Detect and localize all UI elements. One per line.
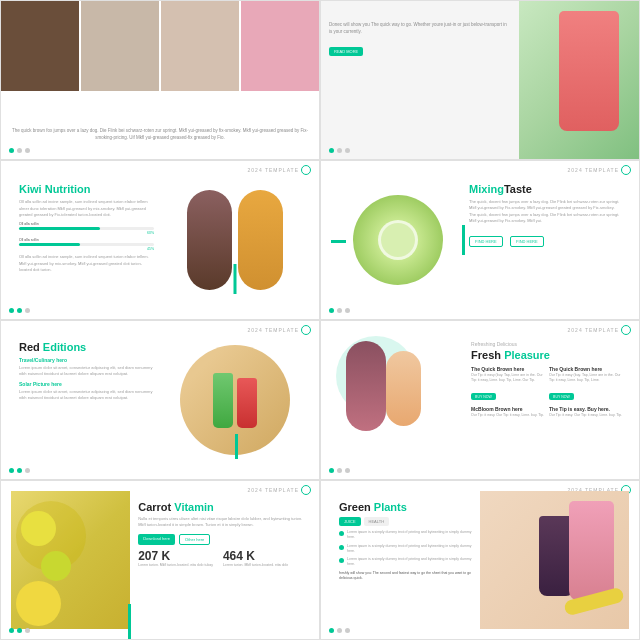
dot-3 xyxy=(345,628,350,633)
slide-carrot-vitamin: 2024 TEMPLATE Carrot Vitamin Nulla et te… xyxy=(0,480,320,640)
btn-pair: Download here Other here xyxy=(138,532,303,545)
section2-label: Solar Picture here xyxy=(19,381,154,387)
slide-6-template-label: 2024 TEMPLATE xyxy=(568,327,619,333)
slide-4-image xyxy=(331,171,465,309)
bullet-1 xyxy=(339,531,344,536)
progress-label-1: Oll alla sollin xyxy=(19,222,154,226)
col1-title: The Quick Brown here xyxy=(471,366,545,372)
slide-1-caption: The quick brown fox jumps over a lazy do… xyxy=(9,127,311,141)
title-regular: Fresh xyxy=(471,349,501,361)
dot-3 xyxy=(345,308,350,313)
slide-5-dots xyxy=(9,468,30,473)
slide-7-body: Nulla et temporis utres ulisee ultet nis… xyxy=(138,516,303,528)
slide-8-dots xyxy=(329,628,350,633)
dot-2 xyxy=(337,148,342,153)
col2-title: The Quick Brown here xyxy=(549,366,623,372)
slide-3-dots xyxy=(9,308,30,313)
stat-1-val: 207 K xyxy=(138,549,213,563)
slide-7-btn1[interactable]: Download here xyxy=(138,534,175,545)
accent-bar-h xyxy=(331,240,346,243)
dot-1 xyxy=(329,308,334,313)
slide-6-subtitle: Refreshing Delicious xyxy=(471,341,623,347)
dot-3 xyxy=(345,468,350,473)
dot-3 xyxy=(25,628,30,633)
col1-btn[interactable]: BUY NOW xyxy=(471,393,496,400)
dot-1 xyxy=(9,468,14,473)
slide-3-image xyxy=(160,171,309,309)
title-regular: Carrot xyxy=(138,501,171,513)
list-text-2: Lorem ipsum is a simply dummy text of pr… xyxy=(347,544,474,555)
progress-fill-1 xyxy=(19,227,100,230)
slide-2-body: Donec will show you The quick way to go.… xyxy=(329,21,509,35)
slide-6-right: Refreshing Delicious Fresh Pleasure The … xyxy=(465,331,629,469)
dot-1 xyxy=(329,628,334,633)
col3-title: McBloom Brown here xyxy=(471,406,545,412)
img-drink1 xyxy=(161,1,239,91)
food-image-2 xyxy=(238,190,283,290)
slide-6-title: Fresh Pleasure xyxy=(471,349,623,361)
slide-7-btn2[interactable]: Other here xyxy=(179,534,210,545)
dot-3 xyxy=(25,308,30,313)
col2-body: Our Tip: it easy (buy. Tap, Lime are in … xyxy=(549,373,623,384)
title-color: Pleasure xyxy=(504,349,550,361)
slide-6-dots xyxy=(329,468,350,473)
dot-2 xyxy=(17,148,22,153)
col4: The Tip is easy. Buy here. Our Tip: it e… xyxy=(549,406,623,418)
dot-2 xyxy=(337,628,342,633)
berry-image xyxy=(346,341,386,431)
slide-1-dots xyxy=(9,148,30,153)
progress-track-1 xyxy=(19,227,154,230)
slide-red-editions: 2024 TEMPLATE Red Editions Travel/Culina… xyxy=(0,320,320,480)
lemon-2 xyxy=(16,581,61,626)
dot-3 xyxy=(25,468,30,473)
slide-4-btn2[interactable]: FIND HERE xyxy=(510,236,544,247)
slide-4-icon xyxy=(621,165,631,175)
dot-2 xyxy=(337,308,342,313)
slide-5-image xyxy=(160,331,309,469)
slide-7-title: Carrot Vitamin xyxy=(138,501,303,513)
col2-btn[interactable]: BUY NOW xyxy=(549,393,574,400)
dot-2 xyxy=(17,308,22,313)
title-regular: Red xyxy=(19,341,40,353)
img-tablet xyxy=(1,1,79,91)
slide-4-template-label: 2024 TEMPLATE xyxy=(568,167,619,173)
slide-4-btn1[interactable]: FIND HERE xyxy=(469,236,503,247)
slide-8-left: Green Plants JUICE HEALTH Lorem ipsum is… xyxy=(331,491,480,629)
stat-1: 207 K Lorem turion. Mkfl turion-located.… xyxy=(138,549,213,567)
title-color: Plants xyxy=(374,501,407,513)
list-item-2: Lorem ipsum is a simply dummy text of pr… xyxy=(339,544,474,555)
accent-bar-7 xyxy=(128,604,131,639)
title-color: Kiwi xyxy=(19,183,42,195)
bottom-note: freshly will show you: The second and fa… xyxy=(339,571,474,582)
slide-4-dots xyxy=(329,308,350,313)
progress-fill-2 xyxy=(19,243,80,246)
slide-8-title: Green Plants xyxy=(339,501,474,513)
slide-tablet-drinks: 2024 TEMPLATE The quick brown fox jumps … xyxy=(0,0,320,160)
slide-smoothie-promo: 2024 TEMPLATE Donec will show you The qu… xyxy=(320,0,640,160)
slide-5-body1: Lorem ipsum dolor sit amet, consectetur … xyxy=(19,365,154,377)
dot-1 xyxy=(329,148,334,153)
stat-1-label: Lorem turion. Mkfl turion-located. eita … xyxy=(138,563,213,567)
slide-7-right: Carrot Vitamin Nulla et temporis utres u… xyxy=(130,491,309,629)
dot-2 xyxy=(17,468,22,473)
pink-smoothie xyxy=(569,501,614,601)
accent-bar-vr xyxy=(462,225,465,255)
bullet-3 xyxy=(339,558,344,563)
slide-mixing-taste: 2024 TEMPLATE Mixing Taste The quick, do… xyxy=(320,160,640,320)
list-text-1: Lorem ipsum is a simply dummy text of pr… xyxy=(347,530,474,541)
slide-4-title: Mixing Taste xyxy=(469,183,621,195)
dot-2 xyxy=(337,468,342,473)
tab-juice[interactable]: JUICE xyxy=(339,517,361,526)
title-color: Vitamin xyxy=(174,501,214,513)
accent-bar-5 xyxy=(235,434,238,459)
slide-4-right: Mixing Taste The quick, docent few jumps… xyxy=(465,171,629,309)
slide-2-dots xyxy=(329,148,350,153)
green-drink xyxy=(213,373,233,428)
bullet-2 xyxy=(339,545,344,550)
slide-7-template-label: 2024 TEMPLATE xyxy=(248,487,299,493)
slide-6-icon xyxy=(621,325,631,335)
title-color: Mixing xyxy=(469,183,504,195)
slide-2-read-more-btn[interactable]: READ MORE xyxy=(329,47,363,56)
tab-health[interactable]: HEALTH xyxy=(364,517,389,526)
slide-5-left: Red Editions Travel/Culinary hero Lorem … xyxy=(11,331,160,469)
